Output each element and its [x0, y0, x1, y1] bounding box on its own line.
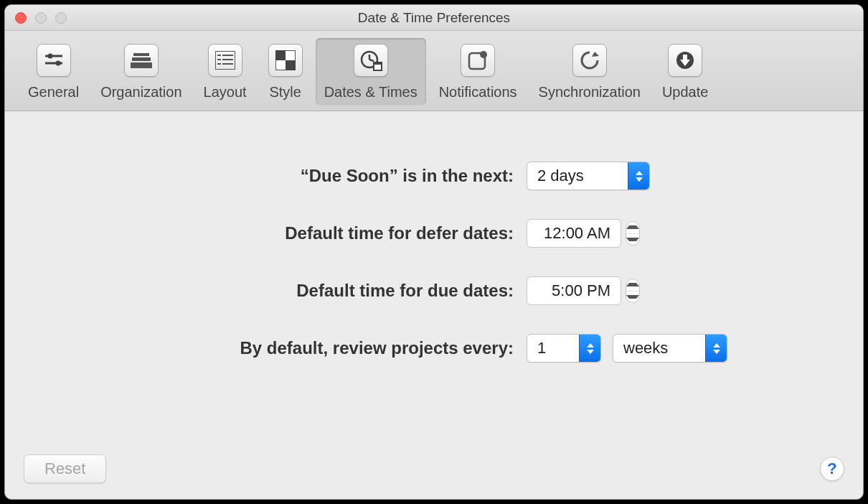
review-unit-value: weeks [613, 339, 705, 358]
due-time-control: 5:00 PM [527, 276, 640, 305]
tab-style[interactable]: Style [260, 38, 311, 105]
preferences-window: Date & Time Preferences General Organiza… [4, 4, 864, 500]
titlebar: Date & Time Preferences [5, 5, 863, 31]
content-pane: “Due Soon” is in the next: 2 days Defaul… [5, 111, 863, 499]
review-label: By default, review projects every: [112, 338, 514, 358]
stepper-up-icon [626, 279, 639, 291]
window-minimize-button[interactable] [35, 12, 47, 24]
row-review: By default, review projects every: 1 wee… [112, 334, 756, 363]
defer-time-control: 12:00 AM [527, 219, 640, 248]
settings-form: “Due Soon” is in the next: 2 days Defaul… [5, 162, 863, 363]
tab-organization[interactable]: Organization [92, 38, 190, 105]
tab-label: Synchronization [539, 84, 641, 101]
tab-label: Organization [100, 84, 181, 101]
footer: Reset ? [5, 454, 863, 483]
svg-rect-6 [131, 62, 152, 68]
tab-label: General [28, 84, 79, 101]
tab-label: Layout [204, 84, 247, 101]
tab-synchronization[interactable]: Synchronization [530, 38, 649, 105]
traffic-lights [15, 12, 67, 24]
tab-layout[interactable]: Layout [195, 38, 255, 105]
due-soon-select[interactable]: 2 days [527, 162, 650, 190]
preferences-toolbar: General Organization Layout Style Dates [5, 31, 863, 111]
review-unit-select[interactable]: weeks [613, 334, 727, 363]
svg-marker-24 [592, 52, 599, 57]
window-title: Date & Time Preferences [5, 10, 863, 26]
tab-label: Notifications [439, 84, 517, 101]
download-icon [668, 44, 702, 77]
tab-label: Dates & Times [324, 84, 418, 101]
reset-button[interactable]: Reset [24, 454, 106, 483]
window-close-button[interactable] [15, 12, 27, 24]
svg-line-19 [369, 60, 374, 61]
due-time-input[interactable]: 5:00 PM [527, 276, 621, 305]
tab-notifications[interactable]: Notifications [430, 38, 526, 105]
tab-label: Style [269, 84, 301, 101]
clock-calendar-icon [354, 44, 388, 77]
due-soon-value: 2 days [527, 167, 628, 185]
select-arrows-icon [705, 335, 727, 362]
select-arrows-icon [579, 335, 600, 362]
svg-rect-16 [286, 60, 296, 70]
review-count-select[interactable]: 1 [527, 334, 601, 363]
due-soon-label: “Due Soon” is in the next: [112, 166, 514, 186]
defer-time-input[interactable]: 12:00 AM [527, 219, 621, 248]
tab-label: Update [662, 84, 709, 101]
notification-icon [461, 44, 495, 77]
row-due-time: Default time for due dates: 5:00 PM [112, 276, 756, 305]
checker-icon [268, 44, 303, 77]
svg-rect-4 [133, 53, 149, 56]
due-time-stepper[interactable] [626, 279, 640, 303]
stepper-down-icon [626, 291, 639, 303]
svg-rect-15 [275, 50, 286, 60]
svg-rect-21 [374, 62, 382, 65]
svg-point-23 [480, 51, 487, 58]
stepper-up-icon [626, 222, 639, 234]
review-count-value: 1 [527, 339, 579, 358]
tab-dates-times[interactable]: Dates & Times [316, 38, 426, 105]
sliders-icon [37, 44, 71, 77]
tab-update[interactable]: Update [654, 38, 717, 105]
select-arrows-icon [628, 162, 649, 190]
list-icon [208, 44, 242, 77]
tab-general[interactable]: General [19, 38, 88, 105]
svg-point-1 [47, 54, 52, 59]
row-defer-time: Default time for defer dates: 12:00 AM [112, 219, 756, 248]
defer-time-label: Default time for defer dates: [112, 223, 514, 243]
svg-point-3 [55, 61, 60, 66]
row-due-soon: “Due Soon” is in the next: 2 days [112, 162, 756, 190]
sync-icon [572, 44, 607, 77]
svg-rect-5 [132, 57, 151, 61]
stepper-down-icon [626, 234, 639, 246]
help-button[interactable]: ? [820, 457, 844, 481]
window-zoom-button[interactable] [55, 12, 67, 24]
due-time-label: Default time for due dates: [112, 281, 514, 301]
defer-time-stepper[interactable] [626, 221, 640, 246]
stack-icon [124, 44, 159, 77]
